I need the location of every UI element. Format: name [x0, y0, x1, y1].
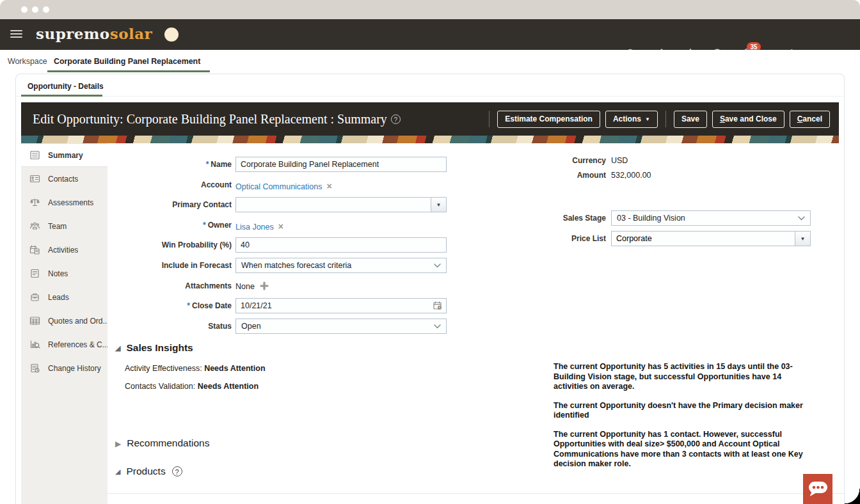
sales-stage-select[interactable]: 03 - Building Vision — [611, 210, 811, 226]
contacts-validation-metric: Contacts Validation: Needs Attention — [125, 382, 259, 391]
collapse-triangle-icon: ◢ — [115, 344, 120, 352]
cancel-button[interactable]: Cancel — [790, 111, 830, 128]
close-date-input[interactable] — [235, 298, 447, 313]
sidebar-item-references[interactable]: References & C... — [21, 333, 107, 356]
contacts-card-icon — [29, 173, 40, 184]
primary-contact-input[interactable] — [235, 197, 431, 212]
primary-contact-label: Primary Contact — [107, 200, 232, 209]
add-attachment-icon[interactable] — [260, 281, 269, 290]
name-label: *Name — [107, 160, 232, 169]
sidebar-item-notes[interactable]: Notes — [21, 262, 107, 285]
window-corner — [845, 489, 860, 504]
primary-contact-dropdown-button[interactable]: ▼ — [431, 197, 447, 212]
window-control-dot[interactable] — [32, 6, 38, 13]
chevron-down-icon — [434, 261, 441, 270]
remove-account-icon[interactable]: × — [326, 181, 331, 191]
actions-dropdown-button[interactable]: Actions▼ — [605, 111, 658, 128]
account-link[interactable]: Optical Communications — [235, 182, 322, 191]
logo-sun-icon — [164, 28, 179, 42]
currency-label: Currency — [491, 156, 606, 165]
close-date-wrap — [235, 298, 447, 313]
win-probability-label: Win Probability (%) — [107, 240, 232, 249]
active-tab-underline — [47, 70, 210, 72]
amount-value: 532,000.00 — [611, 171, 811, 180]
app-logo[interactable]: supremosolar — [36, 25, 152, 42]
button-separator — [665, 111, 666, 127]
quotes-table-icon — [29, 315, 40, 326]
notes-document-icon — [29, 268, 40, 279]
price-list-input[interactable]: Corporate — [611, 231, 795, 246]
chat-launcher-button[interactable] — [803, 474, 832, 504]
include-in-forecast-label: Include in Forecast — [107, 261, 232, 270]
price-list-dropdown-button[interactable]: ▼ — [795, 231, 811, 246]
price-list-combobox: Corporate ▼ — [611, 231, 811, 246]
required-marker: * — [206, 160, 209, 169]
summary-form: *Name Account Optical Communications× Pr… — [107, 143, 844, 504]
references-chart-magnifier-icon — [29, 339, 40, 350]
win-probability-wrap — [235, 237, 447, 253]
change-history-clock-icon — [29, 363, 40, 374]
sidebar-item-team[interactable]: Team — [21, 214, 107, 238]
account-label: Account — [107, 180, 232, 189]
hamburger-menu-icon[interactable] — [10, 30, 22, 39]
section-divider — [107, 493, 844, 494]
subtab-underline — [21, 95, 102, 97]
sidebar-navigation: Summary Contacts Assessments Team Activi… — [21, 143, 107, 504]
tab-opportunity[interactable]: Corporate Building Panel Replacement — [54, 57, 200, 66]
sidebar-item-contacts[interactable]: Contacts — [21, 167, 107, 191]
price-list-label: Price List — [491, 234, 606, 243]
recommendations-section-header[interactable]: ▶Recommendations — [115, 437, 209, 449]
sidebar-item-quotes-orders[interactable]: Quotes and Ord... — [21, 309, 107, 333]
status-select[interactable]: Open — [235, 319, 447, 334]
summary-list-icon — [29, 150, 40, 161]
leads-bag-icon — [29, 292, 40, 303]
tab-opportunity-details[interactable]: Opportunity - Details — [28, 82, 104, 91]
sidebar-item-activities[interactable]: Activities — [21, 238, 107, 262]
amount-label: Amount — [491, 171, 606, 180]
subtab-divider — [16, 96, 844, 97]
chevron-down-icon — [798, 214, 805, 223]
chat-bubble-icon — [803, 474, 832, 504]
name-field-wrap — [235, 157, 447, 172]
window-control-dot[interactable] — [21, 6, 28, 13]
include-in-forecast-select[interactable]: When matches forecast criteria — [235, 258, 447, 273]
products-section-header[interactable]: ◢Products? — [115, 466, 182, 477]
calendar-icon[interactable] — [433, 301, 443, 313]
workspace-tab-row: Workspace Corporate Building Panel Repla… — [0, 50, 860, 74]
activity-effectiveness-metric: Activity Effectiveness: Needs Attention — [125, 364, 266, 373]
estimate-compensation-button[interactable]: Estimate Compensation — [497, 111, 600, 128]
tab-workspace[interactable]: Workspace — [8, 57, 47, 66]
expand-triangle-icon: ▶ — [115, 439, 121, 448]
sales-insights-text: The current Opportunity has 5 activities… — [553, 362, 804, 478]
owner-link[interactable]: Lisa Jones — [235, 223, 274, 232]
help-icon[interactable]: ? — [391, 114, 401, 124]
window-title-bar — [0, 0, 860, 19]
required-marker: * — [187, 301, 190, 310]
remove-owner-icon[interactable]: × — [278, 221, 283, 232]
app-window: supremosolar 35 Lisa Jones Workspace Cor… — [0, 0, 860, 504]
insight-paragraph: The current Opportunity has 5 activities… — [553, 362, 804, 392]
sidebar-item-assessments[interactable]: Assessments — [21, 191, 107, 214]
attachments-label: Attachments — [107, 281, 232, 290]
page-title: Edit Opportunity: Corporate Building Pan… — [33, 112, 401, 127]
attachments-value: None — [235, 281, 447, 291]
header-actions: Estimate Compensation Actions▼ Save Save… — [486, 111, 830, 128]
activities-calendar-icon — [29, 244, 40, 255]
assessments-scale-icon — [29, 197, 40, 208]
window-control-dot[interactable] — [43, 6, 49, 13]
team-people-icon — [29, 221, 40, 232]
sidebar-item-leads[interactable]: Leads — [21, 285, 107, 309]
edit-opportunity-header: Edit Opportunity: Corporate Building Pan… — [21, 102, 839, 136]
save-button[interactable]: Save — [674, 111, 707, 128]
collapse-triangle-icon: ◢ — [115, 468, 120, 475]
win-probability-input[interactable] — [235, 237, 447, 253]
sidebar-item-change-history[interactable]: Change History — [21, 356, 107, 380]
products-help-icon[interactable]: ? — [172, 466, 182, 476]
sidebar-item-summary[interactable]: Summary — [21, 143, 107, 167]
sales-stage-label: Sales Stage — [491, 214, 606, 223]
save-and-close-button[interactable]: Save and Close — [712, 111, 784, 128]
primary-contact-combobox: ▼ — [235, 197, 447, 212]
name-input[interactable] — [235, 157, 447, 172]
top-navigation-bar: supremosolar 35 Lisa Jones — [0, 19, 860, 50]
sales-insights-section-header[interactable]: ◢Sales Insights — [115, 342, 193, 354]
